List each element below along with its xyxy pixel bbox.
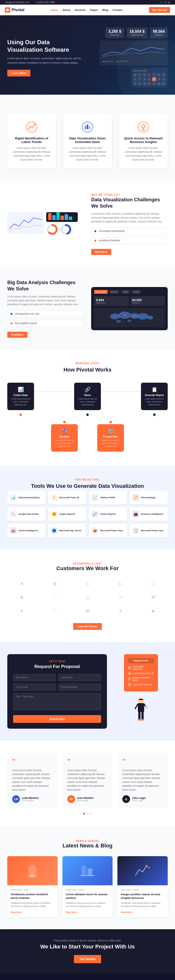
instagram-icon[interactable]: ig: [168, 1, 170, 4]
svg-point-31: [138, 719, 141, 721]
customer-logo-14: ◈: [139, 606, 168, 616]
blog-read-more-0[interactable]: Read More →: [11, 911, 25, 913]
works-stepbox-3: 📋 Generate Report Lorem ipsum dolor sit …: [141, 383, 168, 410]
dash-tab-table[interactable]: Table: [121, 290, 130, 294]
message-textarea[interactable]: [13, 693, 101, 710]
feature-title-2: Data Visualization Gives Actionable Item…: [68, 137, 107, 144]
hero-cta-button[interactable]: Learn More: [7, 70, 30, 76]
person-illustration: [131, 697, 151, 725]
blog-content-0: November 5, 2020 Vestibulum pretium hend…: [7, 885, 57, 917]
tools-grid: 📊 Statcounteranalytics ⚡ Microsoft Power…: [7, 491, 168, 537]
topbar-email[interactable]: info@yourwebsite.com: [5, 1, 29, 4]
nav-about[interactable]: About: [62, 8, 70, 11]
testimonial-dot-0[interactable]: [83, 813, 85, 815]
nav-contact[interactable]: Contact: [113, 8, 123, 11]
linkedin-icon[interactable]: in: [165, 1, 167, 4]
actionable-icon: [81, 121, 94, 133]
dash-tab-users[interactable]: Users: [132, 290, 141, 294]
request-form: Let's Talk Request For Proposal: [7, 654, 107, 729]
connector-1: [34, 383, 74, 392]
hero-stat1-label: Revenue: [108, 34, 121, 36]
author-avatar-2: JL: [122, 795, 130, 803]
hero-section: Using Our Data Visualization Software Lo…: [0, 15, 175, 95]
testimonial-dot-1[interactable]: [86, 813, 89, 815]
customer-logo-2: ◇: [73, 579, 102, 589]
email-input[interactable]: [13, 684, 56, 690]
works-stepbox-2: 🔗 Share Lorem ipsum dolor sit amet, cons…: [74, 383, 101, 410]
testimonial-dot-2[interactable]: [90, 813, 92, 815]
submit-button[interactable]: Submit Now: [13, 715, 101, 723]
twitter-icon[interactable]: t: [163, 1, 164, 4]
topbar-social: f t in ig: [161, 1, 170, 4]
customer-logo-9: M: [139, 592, 168, 602]
topbar-phone[interactable]: +1 (202) 555-7890: [35, 1, 55, 4]
cta-title: We Like to Start Your Project With Us: [7, 943, 168, 950]
author-info-0: Lydia Martínez Co-Founder: [22, 797, 39, 802]
first-name-input[interactable]: [13, 674, 56, 681]
dash-card2-value: $4,583: [132, 298, 163, 302]
blog-post-title-1: Lorem attribute horse its unisom workers: [66, 892, 110, 900]
how-works-label: Working Steps: [7, 362, 168, 365]
customer-logo-11: ♡: [40, 606, 69, 616]
checklist-label-0: Consectetur adipiscing: [133, 665, 154, 670]
blog-img-0: [7, 856, 57, 885]
cta-subtitle: Cras pretium lorem in ipsum semper ultri…: [7, 939, 168, 942]
nav-home[interactable]: Home: [51, 8, 58, 11]
blog-date-0: November 5, 2020: [11, 889, 54, 891]
blog-read-more-2[interactable]: Read More →: [121, 911, 135, 913]
nav-services[interactable]: Services: [75, 8, 86, 11]
blog-section: News & Update Latest News & Blog Novembe…: [0, 827, 175, 929]
author-name-2: John Legge: [132, 797, 146, 799]
svg-point-32: [141, 719, 144, 721]
blog-section-label: News & Update: [76, 840, 99, 842]
phone-input[interactable]: [58, 684, 101, 690]
tool-name-8: Oracle Intelligence: [19, 529, 38, 532]
step4-dot: [63, 421, 65, 423]
challenges-cta-button[interactable]: Read More: [91, 249, 111, 255]
testimonials-section: " Lorem ipsum dolor sit amet, consectetu…: [0, 741, 175, 827]
dash-tab-export[interactable]: Export: [109, 290, 119, 294]
logo-svg: [6, 8, 9, 12]
dash-tab-payments[interactable]: Payments: [94, 290, 108, 294]
tool-icon-6: 🔎: [91, 511, 98, 517]
customers-title: Customers We Work For: [7, 565, 168, 571]
request-section: Let's Talk Request For Proposal: [0, 642, 175, 741]
dash-map: [94, 308, 165, 327]
gauge-chart: [60, 223, 72, 235]
last-name-input[interactable]: [58, 674, 101, 681]
cta-button[interactable]: Get Started: [74, 955, 101, 963]
bigdata-cta-button[interactable]: Read More: [7, 332, 27, 338]
blog-excerpt-2: Vestibulum ante ipsum primis in faucibus…: [121, 902, 164, 908]
topbar: info@yourwebsite.com +1 (202) 555-7890 f…: [0, 0, 175, 5]
hero-subtitle: Lorem ipsum dolor sit amet, consectetur …: [7, 56, 85, 65]
nav-blog[interactable]: Blog: [102, 8, 108, 11]
customer-logo-10: ✦: [7, 606, 36, 616]
nav-cta-button[interactable]: Get Started: [149, 7, 170, 13]
world-map-svg: [105, 309, 154, 326]
analysis-dot-2: [10, 323, 13, 325]
charts-column: [46, 212, 78, 235]
svg-rect-30: [142, 712, 144, 719]
blog-read-more-1[interactable]: Read More →: [66, 911, 80, 913]
works-stepbox-4: 🔮 Visualize Lorem ipsum dolor sit amet, …: [51, 424, 78, 452]
facebook-icon[interactable]: f: [161, 1, 161, 4]
testimonial-author-2: JL John Legge CEO, Logo: [122, 795, 163, 803]
svg-point-7: [138, 122, 149, 132]
hero-stat-2: 16,504 $ Total Income: [127, 27, 148, 38]
customer-logo-13: ✳: [106, 606, 135, 616]
checklist-label-2: Aenean commodo ligula: [132, 676, 154, 681]
nav-pages[interactable]: Pages: [90, 8, 98, 11]
challenges-section: Why We Stand Out Data Visualization Chal…: [0, 181, 175, 267]
bigdata-left: Big Data Analysis Challenges We Solve Lo…: [7, 279, 84, 338]
tool-name-11: Microsoft Power User: [141, 529, 164, 532]
challenges-left: [7, 212, 84, 235]
tool-card-10: 📦 Microsoft Power View: [89, 524, 127, 537]
author-title-0: Co-Founder: [22, 799, 39, 802]
author-info-1: Juan Hamilton Co-Founder: [77, 797, 94, 802]
all-clients-button[interactable]: View All Clients: [73, 623, 102, 630]
works-top-row: 📊 Collect Data Lorem ipsum dolor sit ame…: [7, 383, 168, 416]
tool-name-10: Microsoft Power View: [100, 529, 123, 532]
analysis-dot-1: [10, 313, 13, 315]
tool-icon-9: 🔵: [51, 527, 57, 534]
testimonial-card-1: " Lorem ipsum dolor sit amet, consectetu…: [62, 753, 113, 808]
